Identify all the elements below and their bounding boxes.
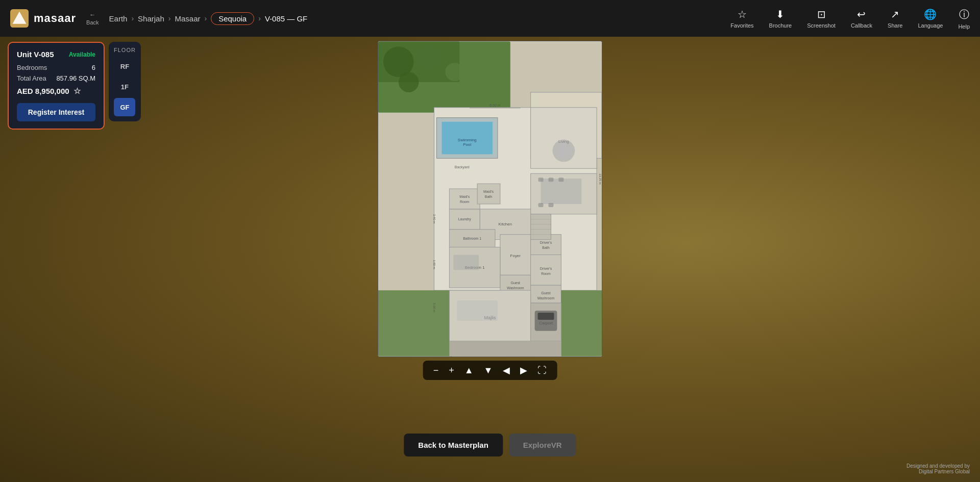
share-label: Share: [888, 22, 902, 29]
svg-rect-22: [538, 177, 544, 182]
svg-text:1.60 m: 1.60 m: [433, 260, 436, 269]
favorites-icon: ☆: [738, 8, 747, 20]
unit-panel: Unit V-085 Available Bedrooms 6 Total Ar…: [8, 42, 105, 130]
area-label: Total Area: [17, 74, 46, 82]
svg-text:Swimming: Swimming: [458, 138, 477, 142]
floor-1f-button[interactable]: 1F: [114, 78, 135, 96]
brochure-icon: ⬇: [776, 8, 785, 20]
svg-text:Laundry: Laundry: [458, 217, 472, 221]
svg-rect-34: [477, 184, 500, 204]
svg-rect-25: [538, 203, 544, 207]
back-to-masterplan-button[interactable]: Back to Masterplan: [404, 434, 503, 456]
breadcrumb-sep-2: ›: [168, 14, 171, 22]
svg-rect-72: [531, 214, 551, 240]
price-value: AED 8,950,000: [17, 87, 69, 95]
favorite-star-icon[interactable]: ☆: [74, 86, 81, 96]
breadcrumb-unit-title: V-085 — GF: [265, 14, 307, 23]
breadcrumb-sep-3: ›: [204, 14, 207, 22]
register-interest-button[interactable]: Register Interest: [17, 103, 95, 121]
language-button[interactable]: 🌐 Language: [918, 8, 943, 29]
svg-text:Room: Room: [460, 200, 470, 204]
fullscreen-button[interactable]: ⛶: [534, 364, 550, 377]
bottom-actions: Back to Masterplan ExploreVR: [404, 434, 576, 456]
logo: masaar: [10, 9, 76, 28]
footer-line1: Designed and developed by: [906, 463, 970, 469]
unit-area-row: Total Area 857.96 SQ.M: [17, 74, 95, 82]
svg-text:5.00 m: 5.00 m: [433, 303, 436, 312]
floorplan-svg: Swimming Pool Backyard Living Kitchen: [378, 41, 602, 357]
area-value: 857.96 SQ.M: [56, 74, 95, 82]
share-button[interactable]: ↗ Share: [888, 8, 902, 29]
explore-vr-button[interactable]: ExploreVR: [509, 434, 576, 456]
language-icon: 🌐: [924, 8, 937, 20]
back-arrow-icon: ←: [89, 11, 95, 18]
svg-text:Bath: Bath: [485, 195, 492, 198]
svg-rect-31: [449, 189, 480, 209]
zoom-out-button[interactable]: −: [430, 364, 442, 377]
svg-text:Maid's: Maid's: [459, 195, 470, 198]
share-icon: ↗: [891, 8, 899, 20]
callback-button[interactable]: ↩ Callback: [851, 8, 872, 29]
svg-text:6.00 m: 6.00 m: [489, 104, 500, 107]
rotate-down-button[interactable]: ▼: [481, 364, 496, 377]
svg-rect-64: [538, 313, 554, 320]
unit-id: Unit V-085: [17, 50, 54, 59]
screenshot-label: Screenshot: [807, 22, 836, 29]
floorplan-container: Swimming Pool Backyard Living Kitchen: [378, 41, 602, 357]
back-label: Back: [86, 19, 99, 26]
logo-icon: [10, 9, 29, 28]
breadcrumb-earth[interactable]: Earth: [109, 14, 128, 23]
unit-bedrooms-row: Bedrooms 6: [17, 64, 95, 71]
svg-text:3.40 m: 3.40 m: [433, 214, 436, 223]
svg-point-7: [399, 72, 419, 92]
help-label: Help: [958, 23, 970, 30]
screenshot-icon: ⊡: [817, 8, 826, 20]
breadcrumb-sequoia[interactable]: Sequoia: [211, 12, 254, 25]
svg-text:Backyard: Backyard: [455, 165, 470, 169]
breadcrumb-sharjah[interactable]: Sharjah: [138, 14, 164, 23]
floor-rf-button[interactable]: RF: [114, 57, 135, 75]
svg-point-6: [416, 44, 442, 69]
svg-text:Washroom: Washroom: [537, 296, 555, 300]
floor-gf-button[interactable]: GF: [114, 98, 135, 116]
breadcrumb: Earth › Sharjah › Masaar › Sequoia › V-0…: [109, 12, 731, 25]
svg-rect-23: [548, 177, 553, 182]
svg-rect-65: [449, 341, 561, 357]
zoom-controls: − + ▲ ▼ ◀ ▶ ⛶: [423, 361, 557, 380]
back-button[interactable]: ← Back: [86, 11, 99, 26]
breadcrumb-masaar[interactable]: Masaar: [175, 14, 200, 23]
svg-text:Maid's: Maid's: [483, 190, 494, 193]
floor-panel: FLOOR RF 1F GF: [109, 42, 141, 121]
help-icon: ⓘ: [959, 8, 969, 21]
svg-text:Washroom: Washroom: [507, 286, 524, 290]
navbar: masaar ← Back Earth › Sharjah › Masaar ›…: [0, 0, 980, 37]
screenshot-button[interactable]: ⊡ Screenshot: [807, 8, 836, 29]
svg-rect-26: [548, 203, 553, 207]
svg-text:Kitchen: Kitchen: [499, 222, 512, 226]
bedrooms-label: Bedrooms: [17, 64, 47, 71]
svg-text:13.25 m: 13.25 m: [599, 173, 602, 185]
brochure-label: Brochure: [769, 22, 792, 29]
zoom-in-button[interactable]: +: [446, 364, 457, 377]
svg-text:Guest: Guest: [510, 281, 520, 285]
svg-text:Room: Room: [541, 272, 551, 275]
rotate-up-button[interactable]: ▲: [461, 364, 477, 377]
nav-actions: ☆ Favorites ⬇ Brochure ⊡ Screenshot ↩ Ca…: [730, 8, 970, 30]
pan-left-button[interactable]: ◀: [500, 364, 513, 377]
svg-text:Bath: Bath: [542, 246, 549, 249]
favorites-button[interactable]: ☆ Favorites: [730, 8, 753, 29]
brochure-button[interactable]: ⬇ Brochure: [769, 8, 792, 29]
svg-rect-21: [541, 179, 582, 204]
svg-text:Pool: Pool: [463, 142, 471, 147]
pan-right-button[interactable]: ▶: [517, 364, 530, 377]
help-button[interactable]: ⓘ Help: [958, 8, 970, 30]
svg-rect-60: [457, 300, 498, 321]
breadcrumb-sep-4: ›: [258, 14, 261, 22]
svg-point-19: [556, 143, 571, 158]
svg-point-8: [445, 63, 463, 81]
svg-text:Foyer: Foyer: [510, 253, 521, 258]
svg-rect-43: [453, 255, 479, 270]
svg-rect-56: [378, 290, 452, 356]
logo-text: masaar: [34, 12, 76, 25]
svg-rect-57: [561, 290, 602, 356]
